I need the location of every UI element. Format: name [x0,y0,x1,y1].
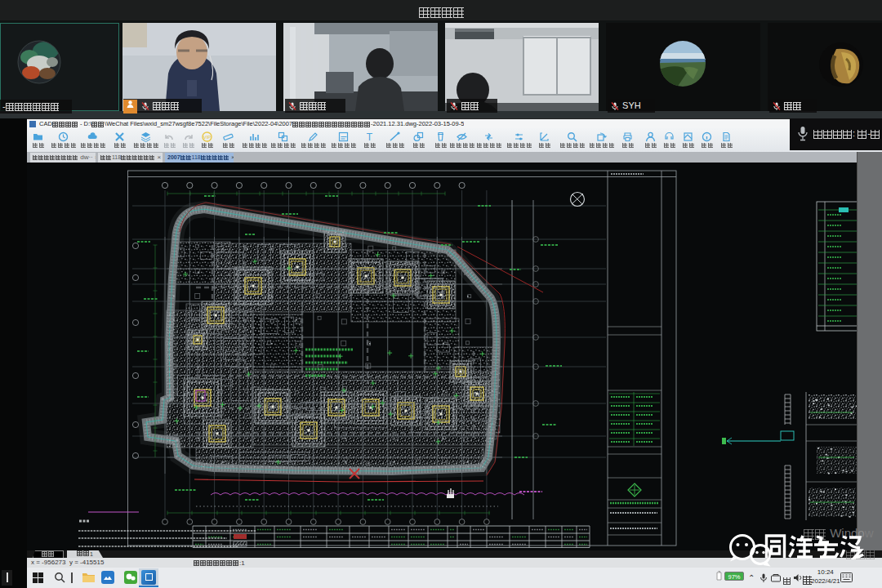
svg-text:VIP: VIP [203,135,212,140]
svg-text:T: T [367,131,373,142]
